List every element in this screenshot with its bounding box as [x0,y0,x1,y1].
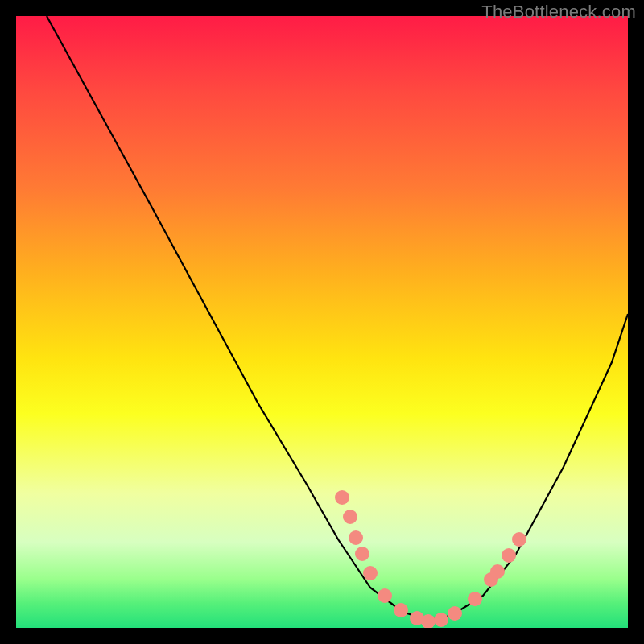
data-point [349,530,363,545]
data-point [343,510,357,524]
data-point [394,603,408,617]
data-point [434,613,448,627]
data-point [335,490,349,505]
bottleneck-curve [47,16,628,620]
data-point [363,566,378,580]
data-point [502,548,516,563]
data-point [448,606,462,621]
plot-area [16,16,628,628]
chart-frame [0,0,644,644]
data-point [468,592,482,606]
data-point [378,588,392,603]
data-point [355,547,369,561]
data-point [512,532,526,547]
data-markers [335,490,526,628]
watermark-text: TheBottleneck.com [481,2,636,23]
data-point [490,564,505,579]
chart-svg [16,16,628,628]
